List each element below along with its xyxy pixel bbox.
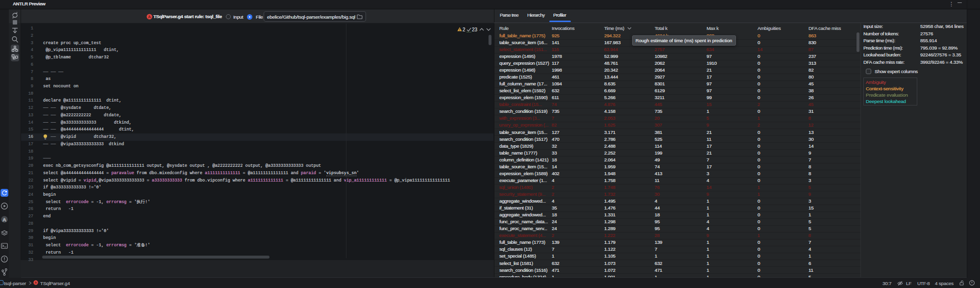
svg-text:A: A bbox=[3, 217, 6, 222]
